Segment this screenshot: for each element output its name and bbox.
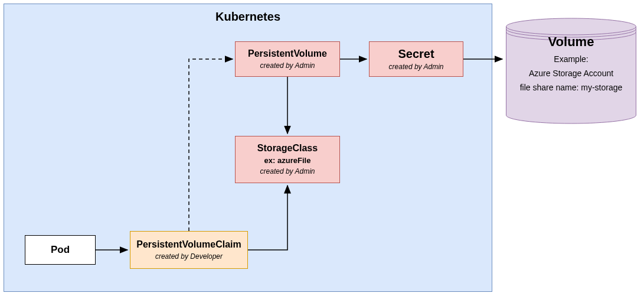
volume-line1: Example: — [505, 54, 638, 64]
sc-title: StorageClass — [257, 142, 318, 155]
kubernetes-title: Kubernetes — [4, 10, 492, 24]
pvc-title: PersistentVolumeClaim — [136, 239, 241, 251]
pv-box: PersistentVolume created by Admin — [235, 41, 340, 77]
volume-cylinder: Volume Example: Azure Storage Account fi… — [505, 18, 638, 124]
volume-title: Volume — [505, 34, 638, 50]
volume-line2: Azure Storage Account — [505, 69, 638, 78]
diagram-canvas: Kubernetes Pod PersistentVolumeClaim cre… — [0, 0, 644, 296]
pod-title: Pod — [51, 243, 70, 256]
secret-title: Secret — [398, 46, 434, 61]
storageclass-box: StorageClass ex: azureFile created by Ad… — [235, 136, 340, 183]
pvc-box: PersistentVolumeClaim created by Develop… — [130, 231, 248, 269]
secret-sub: created by Admin — [389, 63, 444, 72]
svg-point-4 — [506, 18, 636, 35]
volume-line3: file share name: my-storage — [505, 83, 638, 92]
pvc-sub: created by Developer — [155, 252, 223, 262]
volume-content: Volume Example: Azure Storage Account fi… — [505, 34, 638, 92]
secret-box: Secret created by Admin — [369, 41, 463, 77]
pod-box: Pod — [25, 235, 96, 265]
pv-title: PersistentVolume — [248, 48, 327, 60]
sc-mid: ex: azureFile — [264, 156, 311, 166]
pv-sub: created by Admin — [260, 61, 315, 71]
sc-sub: created by Admin — [260, 167, 315, 177]
